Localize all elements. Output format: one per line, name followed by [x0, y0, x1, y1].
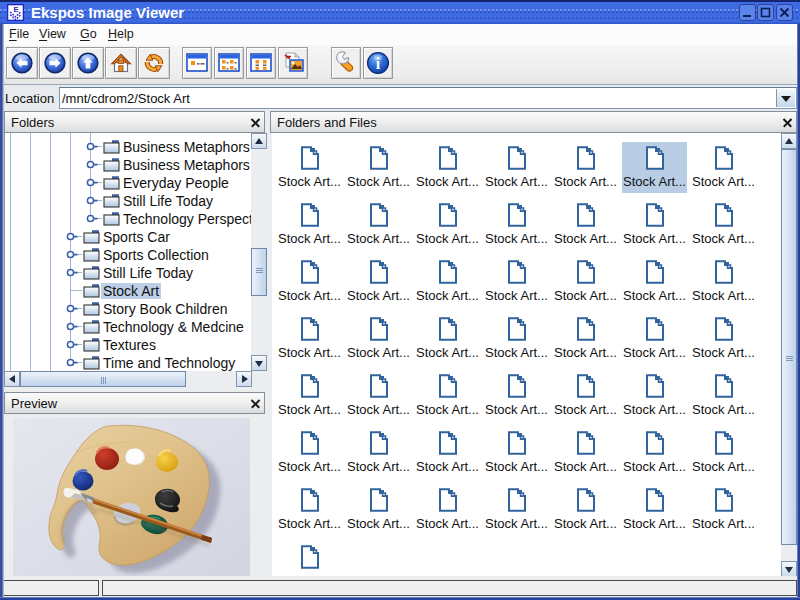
svg-text:i: i — [376, 55, 381, 72]
svg-text:E: E — [13, 5, 18, 14]
